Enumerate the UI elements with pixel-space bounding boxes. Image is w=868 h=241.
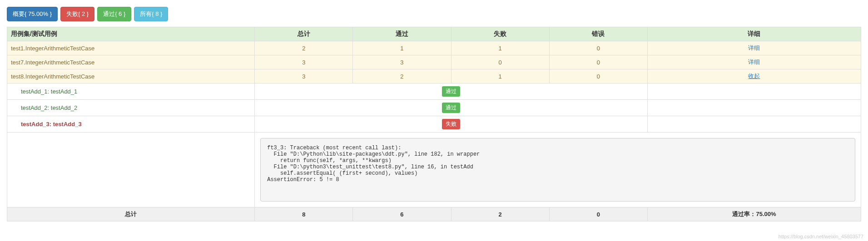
suite-name: test8.IntegerArithmeticTestCase	[7, 69, 255, 84]
status-badge-fail[interactable]: 失败	[442, 119, 460, 129]
traceback-row: ft3_3: Traceback (most recent call last)…	[7, 133, 861, 207]
suite-fail: 1	[451, 41, 549, 55]
fail-button[interactable]: 失败{ 2 }	[60, 7, 94, 21]
suite-total: 3	[255, 69, 353, 84]
header-total: 总计	[255, 27, 353, 41]
suite-detail-cell: 详细	[647, 55, 861, 69]
case-status-cell: 通过	[255, 100, 648, 116]
suite-error: 0	[549, 41, 647, 55]
suite-row: test7.IntegerArithmeticTestCase 3 3 0 0 …	[7, 55, 861, 69]
header-pass: 通过	[353, 27, 451, 41]
suite-pass: 1	[353, 41, 451, 55]
suite-pass: 2	[353, 69, 451, 84]
status-badge-pass[interactable]: 通过	[442, 103, 460, 113]
case-name: testAdd_2: testAdd_2	[7, 100, 255, 116]
footer-pass: 6	[353, 207, 451, 221]
header-fail: 失败	[451, 27, 549, 41]
header-detail: 详细	[647, 27, 861, 41]
case-empty	[647, 116, 861, 133]
suite-row: test8.IntegerArithmeticTestCase 3 2 1 0 …	[7, 69, 861, 84]
suite-total: 2	[255, 41, 353, 55]
test-case-row: testAdd_3: testAdd_3 失败	[7, 116, 861, 133]
case-empty	[647, 84, 861, 100]
footer-total: 8	[255, 207, 353, 221]
table-header-row: 用例集/测试用例 总计 通过 失败 错误 详细	[7, 27, 861, 41]
suite-name: test1.IntegerArithmeticTestCase	[7, 41, 255, 55]
suite-pass: 3	[353, 55, 451, 69]
case-name: testAdd_3: testAdd_3	[7, 116, 255, 133]
filter-button-group: 概要{ 75.00% } 失败{ 2 } 通过{ 6 } 所有{ 8 }	[7, 7, 861, 21]
case-status-cell: 通过	[255, 84, 648, 100]
case-status-cell: 失败	[255, 116, 648, 133]
suite-name: test7.IntegerArithmeticTestCase	[7, 55, 255, 69]
suite-total: 3	[255, 55, 353, 69]
suite-error: 0	[549, 69, 647, 84]
test-case-row: testAdd_1: testAdd_1 通过	[7, 84, 861, 100]
case-name: testAdd_1: testAdd_1	[7, 84, 255, 100]
header-error: 错误	[549, 27, 647, 41]
suite-detail-cell: 收起	[647, 69, 861, 84]
footer-fail: 2	[451, 207, 549, 221]
test-case-row: testAdd_2: testAdd_2 通过	[7, 100, 861, 116]
traceback-text: ft3_3: Traceback (most recent call last)…	[260, 138, 855, 202]
traceback-pad	[7, 133, 255, 207]
collapse-link[interactable]: 收起	[748, 73, 760, 79]
footer-rate: 通过率：75.00%	[647, 207, 861, 221]
suite-fail: 1	[451, 69, 549, 84]
traceback-cell: ft3_3: Traceback (most recent call last)…	[255, 133, 861, 207]
all-button[interactable]: 所有{ 8 }	[134, 7, 168, 21]
suite-row: test1.IntegerArithmeticTestCase 2 1 1 0 …	[7, 41, 861, 55]
detail-link[interactable]: 详细	[748, 59, 760, 65]
header-name: 用例集/测试用例	[7, 27, 255, 41]
detail-link[interactable]: 详细	[748, 44, 760, 51]
footer-label: 总计	[7, 207, 255, 221]
results-table: 用例集/测试用例 总计 通过 失败 错误 详细 test1.IntegerAri…	[7, 27, 861, 221]
footer-error: 0	[549, 207, 647, 221]
suite-fail: 0	[451, 55, 549, 69]
suite-detail-cell: 详细	[647, 41, 861, 55]
suite-error: 0	[549, 55, 647, 69]
summary-button[interactable]: 概要{ 75.00% }	[7, 7, 58, 21]
footer-row: 总计 8 6 2 0 通过率：75.00%	[7, 207, 861, 221]
status-badge-pass[interactable]: 通过	[442, 86, 460, 97]
pass-button[interactable]: 通过{ 6 }	[97, 7, 131, 21]
case-empty	[647, 100, 861, 116]
